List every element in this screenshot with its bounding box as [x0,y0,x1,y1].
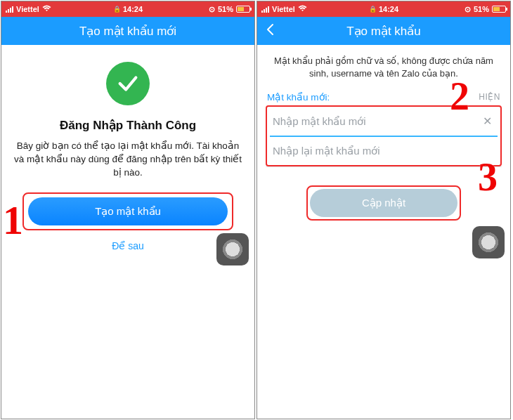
success-description: Bây giờ bạn có thể tạo lại mật khẩu mới.… [1,140,254,180]
annotation-box-2: Nhập mật khẩu mới ✕ Nhập lại mật khẩu mớ… [266,105,502,166]
success-title: Đăng Nhập Thành Công [1,118,254,133]
wifi-icon [42,5,51,13]
confirm-password-input[interactable]: Nhập lại mật khẩu mới [270,137,498,165]
new-password-placeholder: Nhập mật khẩu mới [273,115,366,128]
status-bar: Viettel 🔒 14:24 ⊙ 51% [1,1,254,17]
screen-1: Viettel 🔒 14:24 ⊙ 51% Tạo mật khẩu mới Đ… [1,1,255,419]
carrier-label: Viettel [16,5,39,13]
clear-input-icon[interactable]: ✕ [480,114,495,128]
battery-icon [492,6,506,13]
show-password-toggle[interactable]: HIỆN [479,92,500,102]
battery-label: 51% [218,5,233,13]
create-password-button[interactable]: Tạo mật khẩu [28,197,228,225]
clock-label: 14:24 [379,5,398,13]
alarm-icon: ⊙ [465,5,471,14]
status-bar: Viettel 🔒 14:24 ⊙ 51% [257,1,510,17]
annotation-box-3: Cập nhật [306,185,461,221]
header-bar: Tạo mật khẩu [257,17,510,45]
new-password-input[interactable]: Nhập mật khẩu mới ✕ [270,107,498,137]
divider [266,166,502,167]
screen-2: Viettel 🔒 14:24 ⊙ 51% Tạo mật khẩu Mật k… [256,1,511,419]
battery-icon [236,6,250,13]
battery-label: 51% [474,5,489,13]
success-check-icon [106,62,150,105]
wifi-icon [298,5,307,13]
signal-icon [6,6,13,13]
password-instruction: Mật khẩu phải gồm chữ và số, không được … [257,45,510,91]
signal-icon [261,6,269,13]
alarm-icon: ⊙ [209,5,215,14]
new-password-label: Mật khẩu mới: [267,91,330,103]
assistive-touch-icon[interactable] [216,233,249,265]
annotation-box-1: Tạo mật khẩu [22,192,233,230]
header-title: Tạo mật khẩu [346,24,421,39]
header-bar: Tạo mật khẩu mới [1,17,254,45]
lock-icon: 🔒 [369,6,377,13]
assistive-touch-icon[interactable] [472,226,505,258]
clock-label: 14:24 [123,5,143,13]
carrier-label: Viettel [272,5,295,13]
lock-icon: 🔒 [113,6,121,13]
update-button[interactable]: Cập nhật [310,189,457,217]
header-title: Tạo mật khẩu mới [79,24,176,39]
back-button[interactable] [266,23,275,39]
confirm-password-placeholder: Nhập lại mật khẩu mới [273,145,380,157]
